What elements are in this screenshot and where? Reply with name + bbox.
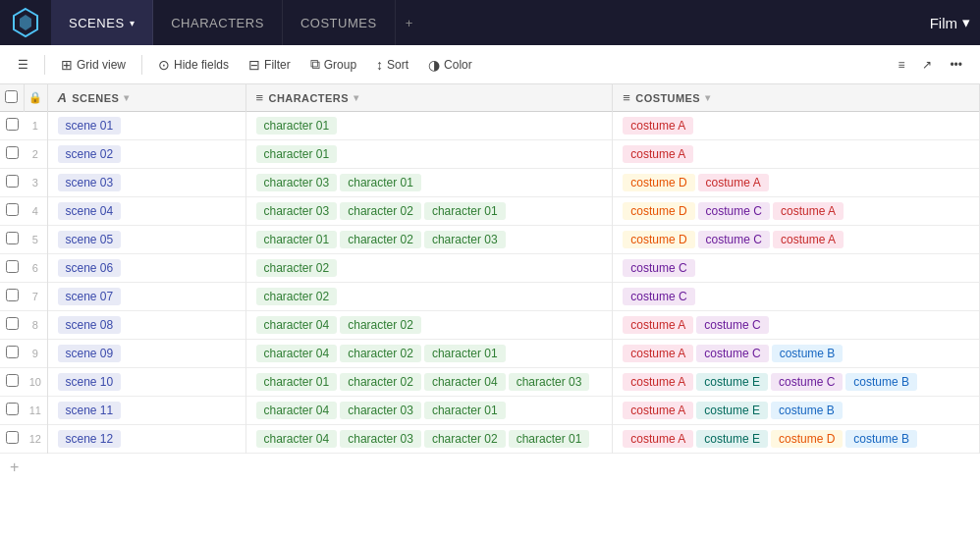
- row-number: 10: [24, 368, 47, 397]
- characters-col-icon: ≡: [256, 90, 264, 105]
- row-checkbox[interactable]: [6, 289, 19, 301]
- row-scenes-cell[interactable]: scene 06: [47, 254, 245, 283]
- row-characters-cell[interactable]: character 01: [245, 112, 613, 140]
- row-costumes-cell[interactable]: costume Acostume Ecostume B: [613, 397, 980, 425]
- row-scenes-cell[interactable]: scene 05: [47, 226, 245, 254]
- row-checkbox-cell[interactable]: [0, 340, 24, 368]
- row-costumes-cell[interactable]: costume Dcostume Ccostume A: [613, 197, 980, 226]
- col-header-scenes[interactable]: A SCENES ▾: [47, 84, 245, 112]
- color-button[interactable]: ◑ Color: [420, 53, 480, 77]
- row-costumes-cell[interactable]: costume Acostume Ccostume B: [613, 340, 980, 368]
- scenes-sort-icon[interactable]: ▾: [124, 92, 129, 103]
- nav-tab-costumes[interactable]: COSTUMES: [283, 0, 396, 45]
- col-header-characters[interactable]: ≡ CHARACTERS ▾: [245, 84, 613, 112]
- characters-sort-icon[interactable]: ▾: [354, 92, 358, 103]
- row-checkbox[interactable]: [6, 317, 19, 330]
- costume-tag: costume C: [696, 345, 768, 362]
- characters-col-label: CHARACTERS: [269, 92, 349, 104]
- table-row: 9scene 09character 04character 02charact…: [0, 340, 980, 368]
- row-checkbox-cell[interactable]: [0, 140, 24, 169]
- row-scenes-cell[interactable]: scene 09: [47, 340, 245, 368]
- row-number: 4: [24, 197, 47, 226]
- menu-button[interactable]: ☰: [10, 54, 36, 76]
- row-characters-cell[interactable]: character 01: [245, 140, 613, 169]
- row-characters-cell[interactable]: character 04character 02character 01: [245, 340, 613, 368]
- col-header-costumes[interactable]: ≡ COSTUMES ▾: [613, 84, 980, 112]
- row-checkbox-cell[interactable]: [0, 425, 24, 454]
- row-characters-cell[interactable]: character 04character 02: [245, 311, 613, 340]
- row-checkbox[interactable]: [6, 146, 19, 159]
- row-characters-cell[interactable]: character 02: [245, 254, 613, 283]
- row-scenes-cell[interactable]: scene 03: [47, 169, 245, 197]
- character-tag: character 01: [424, 202, 506, 220]
- row-checkbox[interactable]: [6, 203, 19, 216]
- row-scenes-cell[interactable]: scene 01: [47, 112, 245, 140]
- row-height-button[interactable]: ≡: [890, 54, 912, 76]
- data-table: 🔒 A SCENES ▾ ≡ CHARACTERS ▾: [0, 84, 980, 454]
- row-costumes-cell[interactable]: costume Dcostume A: [613, 169, 980, 197]
- row-checkbox-cell[interactable]: [0, 397, 24, 425]
- row-checkbox[interactable]: [6, 346, 19, 358]
- add-tab-button[interactable]: +: [396, 0, 423, 45]
- share-button[interactable]: ↗: [914, 54, 940, 76]
- row-characters-cell[interactable]: character 03character 01: [245, 169, 613, 197]
- row-checkbox[interactable]: [6, 260, 19, 273]
- costumes-sort-icon[interactable]: ▾: [705, 92, 710, 103]
- row-scenes-cell[interactable]: scene 11: [47, 397, 245, 425]
- row-checkbox-cell[interactable]: [0, 254, 24, 283]
- character-tag: character 01: [424, 345, 506, 362]
- row-scenes-cell[interactable]: scene 04: [47, 197, 245, 226]
- row-checkbox[interactable]: [6, 118, 19, 131]
- sort-button[interactable]: ↕ Sort: [368, 53, 416, 77]
- row-scenes-cell[interactable]: scene 08: [47, 311, 245, 340]
- row-costumes-cell[interactable]: costume Acostume Ecostume Ccostume B: [613, 368, 980, 397]
- group-button[interactable]: ⧉ Group: [302, 52, 364, 77]
- hide-fields-button[interactable]: ⊙ Hide fields: [150, 53, 237, 77]
- row-costumes-cell[interactable]: costume Acostume C: [613, 311, 980, 340]
- row-characters-cell[interactable]: character 01character 02character 03: [245, 226, 613, 254]
- row-checkbox-cell[interactable]: [0, 368, 24, 397]
- row-costumes-cell[interactable]: costume C: [613, 283, 980, 311]
- row-checkbox[interactable]: [6, 374, 19, 387]
- row-checkbox-cell[interactable]: [0, 226, 24, 254]
- select-all-checkbox[interactable]: [5, 90, 18, 103]
- nav-tab-characters[interactable]: CHARACTERS: [153, 0, 283, 45]
- row-checkbox[interactable]: [6, 431, 19, 444]
- row-checkbox[interactable]: [6, 403, 19, 415]
- more-button[interactable]: •••: [942, 54, 970, 76]
- row-costumes-cell[interactable]: costume Acostume Ecostume Dcostume B: [613, 425, 980, 454]
- row-checkbox-cell[interactable]: [0, 112, 24, 140]
- row-checkbox-cell[interactable]: [0, 311, 24, 340]
- row-checkbox-cell[interactable]: [0, 283, 24, 311]
- row-characters-cell[interactable]: character 04character 03character 02char…: [245, 425, 613, 454]
- row-checkbox[interactable]: [6, 175, 19, 188]
- nav-tab-scenes[interactable]: SCENES ▾: [51, 0, 153, 45]
- row-scenes-cell[interactable]: scene 02: [47, 140, 245, 169]
- row-costumes-cell[interactable]: costume C: [613, 254, 980, 283]
- row-scenes-cell[interactable]: scene 12: [47, 425, 245, 454]
- row-characters-cell[interactable]: character 02: [245, 283, 613, 311]
- app-logo[interactable]: [10, 7, 41, 38]
- row-scenes-cell[interactable]: scene 10: [47, 368, 245, 397]
- add-row-button[interactable]: +: [0, 454, 980, 481]
- row-characters-cell[interactable]: character 01character 02character 04char…: [245, 368, 613, 397]
- row-characters-cell[interactable]: character 04character 03character 01: [245, 397, 613, 425]
- filter-button[interactable]: ⊟ Filter: [241, 53, 299, 77]
- row-costumes-cell[interactable]: costume A: [613, 112, 980, 140]
- row-costumes-cell[interactable]: costume A: [613, 140, 980, 169]
- hide-fields-label: Hide fields: [174, 58, 229, 72]
- row-checkbox[interactable]: [6, 232, 19, 244]
- character-tag: character 01: [256, 145, 338, 163]
- scene-tag: scene 03: [58, 174, 122, 191]
- character-tag: character 03: [340, 430, 421, 448]
- row-characters-cell[interactable]: character 03character 02character 01: [245, 197, 613, 226]
- character-tag: character 02: [256, 259, 338, 277]
- row-checkbox-cell[interactable]: [0, 197, 24, 226]
- grid-view-button[interactable]: ⊞ Grid view: [53, 53, 134, 77]
- row-costumes-cell[interactable]: costume Dcostume Ccostume A: [613, 226, 980, 254]
- row-scenes-cell[interactable]: scene 07: [47, 283, 245, 311]
- costume-tag: costume A: [623, 430, 693, 448]
- row-checkbox-cell[interactable]: [0, 169, 24, 197]
- col-checkbox[interactable]: [0, 84, 24, 112]
- costume-tag: costume D: [623, 231, 694, 248]
